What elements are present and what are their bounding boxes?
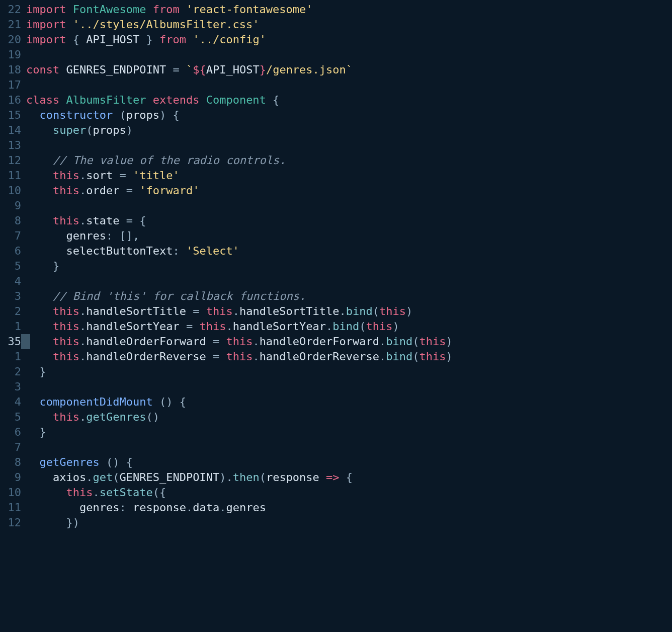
token-kw: this [199, 320, 226, 333]
token-pun: } [139, 33, 159, 46]
token-pun [26, 350, 53, 363]
code-line[interactable]: import { API_HOST } from '../config' [26, 32, 672, 47]
token-pun: { [340, 471, 353, 484]
code-line[interactable]: this.handleSortTitle = this.handleSortTi… [26, 304, 672, 319]
token-id: response [266, 471, 319, 484]
token-type: AlbumsFilter [66, 94, 146, 106]
token-cmt: // Bind 'this' for callback functions. [53, 290, 306, 302]
code-line[interactable]: import FontAwesome from 'react-fontaweso… [26, 2, 672, 17]
token-pun [26, 184, 53, 197]
line-number: 9 [0, 198, 21, 213]
token-type: FontAwesome [73, 3, 146, 16]
code-line[interactable]: this.getGenres() [26, 410, 672, 425]
code-line[interactable]: this.setState({ [26, 485, 672, 500]
code-line[interactable] [26, 379, 672, 394]
code-line[interactable]: import '../styles/AlbumsFilter.css' [26, 17, 672, 32]
code-line[interactable]: } [26, 425, 672, 440]
token-prop: sort [86, 169, 113, 182]
line-number: 7 [0, 440, 21, 455]
code-line[interactable]: componentDidMount () { [26, 394, 672, 410]
token-pun: = [206, 350, 226, 363]
line-number: 4 [0, 394, 21, 410]
token-kw: this [53, 335, 79, 348]
token-pun: . [86, 471, 93, 484]
line-number: 6 [0, 244, 21, 259]
token-fn: setState [100, 486, 153, 499]
token-kw: this [53, 411, 79, 423]
line-number: 14 [0, 123, 21, 138]
code-line[interactable]: } [26, 364, 672, 379]
code-line[interactable]: } [26, 259, 672, 274]
token-pun [26, 411, 53, 423]
code-line[interactable]: genres: response.data.genres [26, 500, 672, 515]
line-number: 2 [0, 364, 21, 379]
token-pun [59, 63, 66, 76]
code-area[interactable]: import FontAwesome from 'react-fontaweso… [26, 0, 672, 632]
line-number: 7 [0, 228, 21, 244]
token-prop: handleOrderReverse [260, 350, 379, 363]
code-line[interactable]: this.handleSortYear = this.handleSortYea… [26, 319, 672, 334]
token-id: props [126, 109, 159, 121]
token-pun [66, 3, 72, 16]
token-prop: data [193, 501, 219, 514]
code-line[interactable]: super(props) [26, 123, 672, 138]
token-pun: . [79, 214, 86, 227]
token-pun: . [79, 320, 86, 333]
line-number: 13 [0, 138, 21, 153]
token-pun: . [79, 335, 86, 348]
code-line[interactable] [26, 77, 672, 93]
line-number: 3 [0, 289, 21, 304]
code-line[interactable]: // Bind 'this' for callback functions. [26, 289, 672, 304]
code-line[interactable]: this.handleOrderReverse = this.handleOrd… [26, 349, 672, 364]
token-pun: . [93, 486, 99, 499]
token-kw: this [366, 320, 393, 333]
code-line[interactable]: const GENRES_ENDPOINT = `${API_HOST}/gen… [26, 62, 672, 77]
code-line[interactable] [26, 198, 672, 213]
line-number: 5 [0, 410, 21, 425]
token-kw: import [26, 3, 66, 16]
token-kw: this [226, 335, 253, 348]
token-pun: = [206, 335, 226, 348]
token-pun [199, 94, 206, 106]
token-id: GENRES_ENDPOINT [66, 63, 166, 76]
code-line[interactable] [26, 440, 672, 455]
token-pun [26, 124, 53, 136]
token-pun: . [253, 335, 259, 348]
token-pun: () { [153, 396, 186, 408]
token-pun: ) [446, 335, 453, 348]
token-pun [26, 109, 40, 121]
code-line[interactable]: // The value of the radio controls. [26, 153, 672, 168]
token-prop: handleSortTitle [86, 305, 186, 318]
code-line[interactable]: genres: [], [26, 228, 672, 244]
token-type: Component [206, 94, 266, 106]
token-kw: this [53, 320, 79, 333]
token-pun [26, 245, 66, 257]
code-line[interactable]: getGenres () { [26, 455, 672, 470]
token-prop: handleSortYear [233, 320, 326, 333]
code-line[interactable] [26, 138, 672, 153]
token-arrow: => [326, 471, 340, 484]
line-number: 3 [0, 379, 21, 394]
line-number: 8 [0, 213, 21, 228]
code-line[interactable]: axios.get(GENRES_ENDPOINT).then(response… [26, 470, 672, 485]
code-editor[interactable]: 2221201918171615141312111098765432135123… [0, 0, 672, 632]
code-line[interactable]: }) [26, 515, 672, 530]
token-pun: ( [260, 471, 266, 484]
line-number: 10 [0, 183, 21, 198]
token-kw: import [26, 18, 66, 31]
code-line[interactable]: this.handleOrderForward = this.handleOrd… [26, 334, 672, 349]
code-line[interactable]: this.order = 'forward' [26, 183, 672, 198]
token-pun: ( [113, 471, 119, 484]
code-line[interactable]: selectButtonText: 'Select' [26, 244, 672, 259]
code-line[interactable] [26, 274, 672, 289]
code-line[interactable] [26, 47, 672, 62]
token-pun: }) [26, 516, 79, 529]
code-line[interactable]: constructor (props) { [26, 108, 672, 123]
token-pun [26, 396, 40, 408]
code-line[interactable]: this.sort = 'title' [26, 168, 672, 183]
token-pun: . [340, 305, 346, 318]
code-line[interactable]: class AlbumsFilter extends Component { [26, 93, 672, 108]
token-pun: = { [119, 214, 146, 227]
code-line[interactable]: this.state = { [26, 213, 672, 228]
token-pun: () { [100, 456, 133, 468]
